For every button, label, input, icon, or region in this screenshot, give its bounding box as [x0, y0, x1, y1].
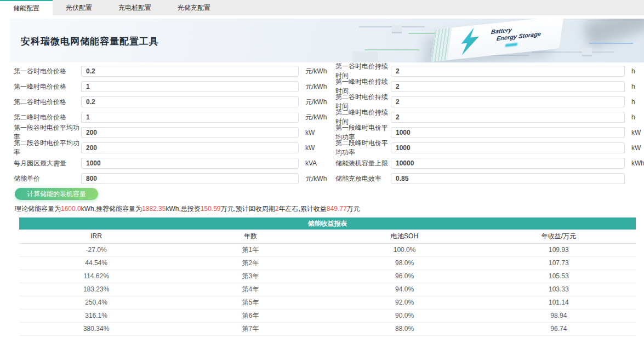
field-unit: kW: [625, 129, 644, 136]
input-peak2-duration[interactable]: [391, 112, 625, 123]
circuit-line: [532, 51, 614, 53]
summary-text: 万元,预计回收周期: [220, 205, 275, 213]
form-row: 第二段谷时电价平均功率 kW 第二段峰时电价平均功率 kW: [14, 142, 644, 154]
field-unit: h: [625, 98, 644, 106]
form-row: 每月园区最大需量 kVA 储能装机容量上限 kWh: [14, 157, 644, 169]
cell-income: 105.53: [482, 270, 636, 283]
cell-income: 109.93: [482, 244, 636, 256]
circuit-line: [364, 49, 419, 50]
cell-year: 第5年: [173, 296, 327, 309]
cell-year: 第3年: [173, 270, 327, 283]
field-label: 第二峰时电价价格: [14, 113, 81, 122]
cell-year: 第1年: [173, 244, 327, 256]
cell-year: 第7年: [173, 323, 327, 335]
form-row: 第二谷时电价价格 元/kWh 第二谷时电价持续时间 h: [14, 96, 644, 108]
field-label: 第二段峰时电价平均功率: [335, 139, 391, 157]
field-unit: 元/kWh: [299, 98, 335, 107]
field-label: 第一谷时电价价格: [14, 67, 81, 76]
field-unit: kWh: [625, 159, 644, 167]
tab-pv-config[interactable]: 光伏配置: [53, 0, 105, 15]
cell-irr: 183.23%: [19, 283, 173, 296]
input-max-demand[interactable]: [81, 158, 299, 169]
field-label: 每月园区最大需量: [14, 159, 81, 168]
header-banner: 安科瑞微电网储能容量配置工具 Battery Energy Storag: [10, 19, 644, 62]
summary-value: 2: [275, 205, 279, 213]
table-row: 380.34% 第7年 88.0% 96.74: [19, 323, 636, 336]
cell-income: 98.94: [482, 310, 636, 322]
tab-charging-pile-config[interactable]: 充电桩配置: [105, 0, 164, 15]
input-capacity-limit[interactable]: [391, 158, 625, 169]
input-valley1-price[interactable]: [81, 66, 299, 77]
column-header-year: 年数: [173, 230, 327, 243]
field-unit: kW: [299, 144, 335, 152]
column-header-income: 年收益/万元: [482, 230, 636, 243]
input-valley2-avg-power[interactable]: [81, 142, 299, 153]
cube-icon: [582, 48, 592, 55]
cell-soh: 98.0%: [328, 257, 482, 270]
input-valley1-duration[interactable]: [391, 66, 625, 77]
profit-report-table: 储能收益报表 IRR 年数 电池SOH 年收益/万元 -27.0% 第1年 10…: [19, 217, 636, 338]
form-row: 第二峰时电价价格 元/kWh 第二峰时电价持续时间 h: [14, 111, 644, 123]
banner-illustration: Battery Energy Storage: [359, 19, 644, 62]
cube-icon: [352, 51, 378, 62]
summary-value: 1882.35: [142, 205, 166, 213]
input-valley2-duration[interactable]: [391, 96, 625, 107]
cell-soh: 92.0%: [328, 296, 482, 309]
form-row: 第一段谷时电价平均功率 kW 第一段峰时电价平均功率 kW: [14, 127, 644, 139]
cell-income: 94.54: [482, 336, 636, 338]
cell-year: 第2年: [173, 257, 327, 270]
circuit-line: [589, 43, 633, 44]
cell-year: 第6年: [173, 310, 327, 322]
summary-text: kWh,推荐储能容量为: [81, 205, 142, 213]
field-label: 第二谷时电价价格: [14, 98, 81, 107]
summary-value: 1600.0: [61, 205, 81, 213]
input-peak2-avg-power[interactable]: [391, 142, 625, 153]
cell-irr: 114.62%: [19, 270, 173, 283]
input-peak1-duration[interactable]: [391, 81, 625, 92]
tab-pv-storage-charging-config[interactable]: 光储充配置: [164, 0, 224, 15]
input-valley2-price[interactable]: [81, 96, 299, 107]
summary-text: 年左右,累计收益: [279, 205, 327, 213]
cell-soh: 94.0%: [328, 283, 482, 296]
tab-bar: 储能配置 光伏配置 充电桩配置 光储充配置: [0, 0, 644, 15]
battery-label: Battery Energy Storage: [489, 23, 543, 48]
table-row: 114.62% 第3年 96.0% 105.53: [19, 270, 636, 283]
form-row: 第一峰时电价价格 元/kWh 第一峰时电价持续时间 h: [14, 81, 644, 93]
field-label: 储能单价: [14, 174, 81, 184]
cell-irr: 380.34%: [19, 323, 173, 335]
input-charge-discharge-efficiency[interactable]: [391, 173, 625, 184]
input-peak1-avg-power[interactable]: [391, 127, 625, 138]
cell-income: 96.74: [482, 323, 636, 335]
field-label: 第一峰时电价价格: [14, 82, 81, 91]
field-unit: h: [625, 83, 644, 90]
field-unit: 元/kWh: [299, 82, 335, 91]
field-unit: kW: [625, 144, 644, 152]
field-unit: 元/kWh: [299, 174, 335, 184]
field-unit: kVA: [299, 159, 335, 167]
input-storage-unit-price[interactable]: [81, 173, 299, 184]
summary-text: 理论储能容量为: [15, 205, 61, 213]
cell-irr: 443.12%: [19, 336, 173, 338]
field-label: 储能装机容量上限: [335, 159, 391, 168]
column-header-irr: IRR: [19, 230, 173, 243]
form-row: 第一谷时电价价格 元/kWh 第一谷时电价持续时间 h: [14, 65, 644, 77]
config-form: 第一谷时电价价格 元/kWh 第一谷时电价持续时间 h 第一峰时电价价格 元/k…: [0, 65, 644, 185]
cell-income: 103.33: [482, 283, 636, 296]
cell-year: 第8年: [173, 336, 327, 338]
input-valley1-avg-power[interactable]: [81, 127, 299, 138]
field-label: 第二段谷时电价平均功率: [14, 139, 81, 157]
table-row: 250.4% 第5年 92.0% 101.14: [19, 296, 636, 310]
summary-value: 150.59: [201, 205, 221, 213]
calculate-capacity-button[interactable]: 计算储能的装机容量: [15, 188, 98, 200]
field-unit: h: [625, 67, 644, 75]
cell-income: 101.14: [482, 296, 636, 309]
table-row: 316.1% 第6年 90.0% 98.94: [19, 310, 636, 323]
table-row: 44.54% 第2年 98.0% 107.73: [19, 257, 636, 270]
column-header-soh: 电池SOH: [328, 230, 482, 243]
field-unit: 元/kWh: [299, 113, 335, 122]
tab-energy-storage-config[interactable]: 储能配置: [0, 0, 53, 15]
input-peak1-price[interactable]: [81, 81, 299, 92]
input-peak2-price[interactable]: [81, 112, 299, 123]
field-unit: h: [625, 113, 644, 121]
field-unit: 元/kWh: [299, 67, 335, 76]
